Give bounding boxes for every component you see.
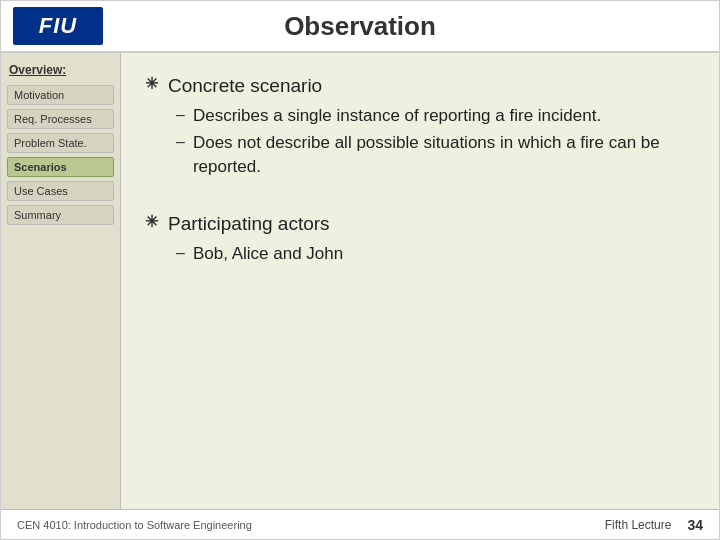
bullet-section-1: ✳ Concrete scenario – Describes a single… xyxy=(145,73,695,187)
bullet-content-2: Participating actors – Bob, Alice and Jo… xyxy=(168,211,343,265)
sub-dash-2-1: – xyxy=(176,242,185,264)
sub-text-2-1: Bob, Alice and John xyxy=(193,242,343,266)
sidebar-item-scenarios[interactable]: Scenarios xyxy=(7,157,114,177)
sidebar-item-use-cases[interactable]: Use Cases xyxy=(7,181,114,201)
sidebar-item-summary[interactable]: Summary xyxy=(7,205,114,225)
sub-text-1-2: Does not describe all possible situation… xyxy=(193,131,695,179)
sidebar-item-problem-state[interactable]: Problem State. xyxy=(7,133,114,153)
sidebar-item-req-processes[interactable]: Req. Processes xyxy=(7,109,114,129)
slide: FIU Observation Overview: Motivation Req… xyxy=(0,0,720,540)
bullet-row-1: ✳ Concrete scenario – Describes a single… xyxy=(145,73,695,179)
footer-right: Fifth Lecture 34 xyxy=(605,517,703,533)
bullet-symbol-1: ✳ xyxy=(145,74,158,93)
bullet-main-1: Concrete scenario xyxy=(168,73,695,100)
logo-text: FIU xyxy=(39,13,77,39)
footer-course: CEN 4010: Introduction to Software Engin… xyxy=(17,519,252,531)
sub-dash-1-1: – xyxy=(176,104,185,126)
footer-page: 34 xyxy=(687,517,703,533)
slide-title: Observation xyxy=(284,11,436,42)
sidebar: Overview: Motivation Req. Processes Prob… xyxy=(1,53,121,509)
sidebar-heading: Overview: xyxy=(7,63,114,77)
logo-area: FIU xyxy=(13,7,103,45)
bullet-symbol-2: ✳ xyxy=(145,212,158,231)
main-content: ✳ Concrete scenario – Describes a single… xyxy=(121,53,719,509)
slide-body: Overview: Motivation Req. Processes Prob… xyxy=(1,53,719,509)
slide-footer: CEN 4010: Introduction to Software Engin… xyxy=(1,509,719,539)
bullet-main-2: Participating actors xyxy=(168,211,343,238)
sub-item-2-1: – Bob, Alice and John xyxy=(176,242,343,266)
sub-dash-1-2: – xyxy=(176,131,185,153)
bullet-row-2: ✳ Participating actors – Bob, Alice and … xyxy=(145,211,695,265)
sub-item-1-1: – Describes a single instance of reporti… xyxy=(176,104,695,128)
sub-item-1-2: – Does not describe all possible situati… xyxy=(176,131,695,179)
fiu-logo: FIU xyxy=(13,7,103,45)
bullet-section-2: ✳ Participating actors – Bob, Alice and … xyxy=(145,211,695,273)
sub-text-1-1: Describes a single instance of reporting… xyxy=(193,104,601,128)
bullet-content-1: Concrete scenario – Describes a single i… xyxy=(168,73,695,179)
footer-lecture: Fifth Lecture xyxy=(605,518,672,532)
sidebar-item-motivation[interactable]: Motivation xyxy=(7,85,114,105)
slide-header: FIU Observation xyxy=(1,1,719,53)
